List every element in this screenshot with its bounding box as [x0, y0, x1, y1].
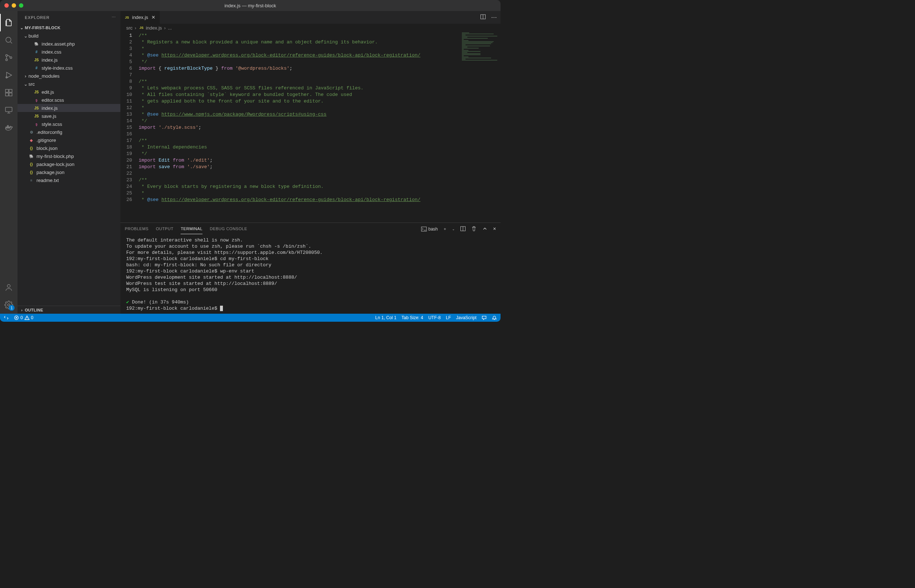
cursor-position[interactable]: Ln 1, Col 1: [375, 315, 396, 320]
tree-item-label: node_modules: [29, 73, 60, 79]
tab-problems[interactable]: PROBLEMS: [125, 224, 149, 234]
tabs-actions: ⋯: [480, 11, 501, 24]
trash-icon: [471, 226, 477, 232]
new-terminal-button[interactable]: ＋: [443, 226, 447, 232]
split-icon: [460, 226, 466, 232]
files-icon: [4, 18, 13, 27]
sidebar: EXPLORER ⋯ ⌄ MY-FIRST-BLOCK ⌄build🐘index…: [18, 11, 120, 314]
svg-rect-9: [5, 107, 12, 111]
chevron-up-icon: [482, 226, 488, 232]
docker-icon: [4, 123, 13, 132]
chevron-right-icon: ›: [135, 25, 136, 31]
kill-terminal-button[interactable]: [471, 226, 477, 233]
eol-status[interactable]: LF: [446, 315, 451, 320]
tree-file[interactable]: JSsave.js: [18, 112, 120, 120]
tree-file[interactable]: 🐘my-first-block.php: [18, 152, 120, 160]
tree-file[interactable]: JSedit.js: [18, 88, 120, 96]
activity-docker[interactable]: [0, 119, 18, 136]
minimize-window-button[interactable]: [12, 3, 16, 8]
svg-rect-13: [7, 126, 8, 127]
tree-item-label: readme.txt: [37, 178, 59, 183]
activity-debug[interactable]: [0, 66, 18, 84]
maximize-window-button[interactable]: [19, 3, 23, 8]
split-terminal-button[interactable]: [460, 226, 466, 233]
tree-file[interactable]: 🐘index.asset.php: [18, 40, 120, 48]
tree-folder[interactable]: ⌄build: [18, 32, 120, 40]
tree-file[interactable]: ⚙.editorconfig: [18, 128, 120, 136]
notifications-button[interactable]: [492, 315, 497, 320]
outline-header[interactable]: › OUTLINE: [18, 306, 120, 314]
encoding-status[interactable]: UTF-8: [428, 315, 441, 320]
remote-explorer-icon: [4, 106, 13, 115]
minimap[interactable]: [461, 32, 501, 223]
problems-status[interactable]: 0 0: [14, 315, 33, 320]
activity-accounts[interactable]: [0, 279, 18, 296]
activity-extensions[interactable]: [0, 84, 18, 102]
tree-file[interactable]: {}package-lock.json: [18, 160, 120, 168]
tree-item-label: editor.scss: [42, 97, 64, 103]
tree-file[interactable]: ◆.gitignore: [18, 136, 120, 144]
breadcrumb-item[interactable]: src: [126, 25, 133, 31]
tree-item-label: edit.js: [42, 89, 54, 95]
tree-item-label: package.json: [37, 170, 65, 175]
svg-rect-5: [5, 89, 8, 92]
editor-body[interactable]: 1234567891011121314151617181920212223242…: [120, 32, 501, 223]
tree-item-label: index.asset.php: [42, 41, 75, 47]
tree-file[interactable]: JSindex.js: [18, 104, 120, 112]
tab-debug-console[interactable]: DEBUG CONSOLE: [210, 224, 247, 234]
status-bar: 0 0 Ln 1, Col 1 Tab Size: 4 UTF-8 LF Jav…: [0, 314, 501, 322]
chevron-right-icon: ›: [164, 25, 166, 31]
language-mode[interactable]: JavaScript: [456, 315, 477, 320]
terminal-output[interactable]: The default interactive shell is now zsh…: [120, 235, 501, 314]
tree-file[interactable]: ≡readme.txt: [18, 176, 120, 184]
split-editor-button[interactable]: [480, 14, 486, 21]
activity-search[interactable]: [0, 31, 18, 49]
code-content[interactable]: /** * Registers a new block provided a u…: [139, 32, 461, 223]
svg-point-14: [7, 284, 10, 288]
chevron-right-icon: ›: [19, 308, 25, 312]
activity-scm[interactable]: [0, 49, 18, 66]
feedback-button[interactable]: [482, 315, 487, 320]
chevron-down-icon: ⌄: [23, 33, 29, 39]
breadcrumb-item[interactable]: ...: [168, 25, 172, 31]
tree-folder[interactable]: ›node_modules: [18, 72, 120, 80]
tree-folder[interactable]: ⌄src: [18, 80, 120, 88]
tab-terminal[interactable]: TERMINAL: [181, 224, 202, 234]
tree-file[interactable]: #style-index.css: [18, 64, 120, 72]
tree-item-label: src: [29, 81, 35, 87]
terminal-dropdown[interactable]: ⌄: [452, 227, 455, 231]
breadcrumbs[interactable]: src › JS index.js › ...: [120, 24, 501, 32]
search-icon: [4, 36, 13, 45]
svg-point-0: [6, 37, 11, 42]
sidebar-more-actions[interactable]: ⋯: [112, 15, 116, 20]
activity-explorer[interactable]: [0, 14, 18, 31]
tree-file[interactable]: {}package.json: [18, 168, 120, 176]
activity-settings[interactable]: 1: [0, 296, 18, 314]
tree-item-label: my-first-block.php: [37, 153, 74, 159]
tree-file[interactable]: {}block.json: [18, 144, 120, 152]
activity-remote-explorer[interactable]: [0, 102, 18, 119]
extensions-icon: [4, 88, 13, 97]
remote-icon: [4, 315, 9, 320]
tab-output[interactable]: OUTPUT: [156, 224, 173, 234]
explorer-title: EXPLORER: [25, 15, 50, 20]
terminal-selector[interactable]: bash: [421, 226, 438, 232]
indentation-status[interactable]: Tab Size: 4: [402, 315, 423, 320]
tree-file[interactable]: şeditor.scss: [18, 96, 120, 104]
project-header[interactable]: ⌄ MY-FIRST-BLOCK: [18, 24, 120, 32]
tabs-bar: JSindex.js✕ ⋯: [120, 11, 501, 24]
remote-indicator[interactable]: [4, 315, 9, 320]
sidebar-header: EXPLORER ⋯: [18, 11, 120, 24]
editor-tab[interactable]: JSindex.js✕: [120, 11, 160, 24]
close-window-button[interactable]: [4, 3, 9, 8]
breadcrumb-item[interactable]: index.js: [146, 25, 162, 31]
tree-file[interactable]: şstyle.scss: [18, 120, 120, 128]
chevron-right-icon: ›: [23, 73, 29, 79]
tree-file[interactable]: JSindex.js: [18, 56, 120, 64]
close-tab-button[interactable]: ✕: [150, 15, 156, 20]
tree-file[interactable]: #index.css: [18, 48, 120, 56]
more-editor-actions[interactable]: ⋯: [491, 14, 497, 21]
svg-rect-7: [5, 93, 8, 96]
close-panel-button[interactable]: ✕: [493, 226, 496, 231]
maximize-panel-button[interactable]: [482, 226, 488, 233]
